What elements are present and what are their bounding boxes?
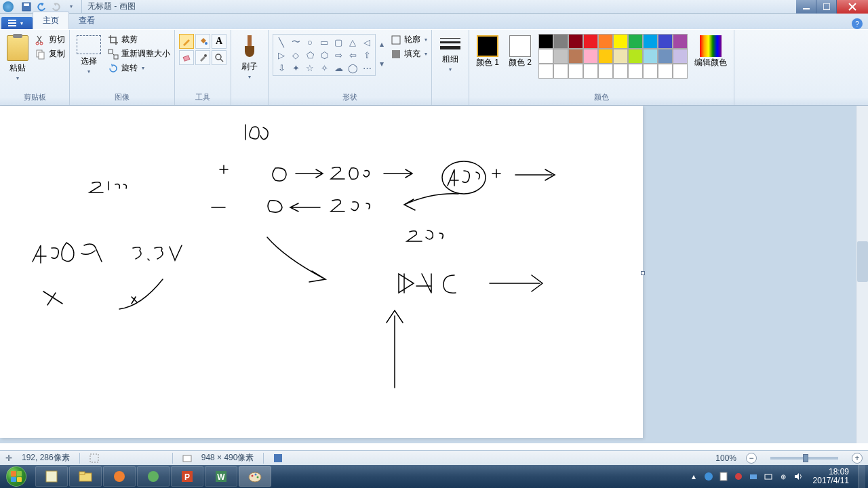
- taskbar-app-explorer[interactable]: [69, 466, 102, 487]
- tray-icon-3[interactable]: [733, 471, 744, 482]
- color-swatch[interactable]: [553, 64, 568, 79]
- tray-volume-icon[interactable]: [793, 471, 804, 482]
- copy-button[interactable]: 复制: [35, 48, 65, 60]
- color-swatch[interactable]: [598, 34, 613, 49]
- picker-tool[interactable]: [195, 50, 210, 65]
- redo-button[interactable]: [50, 1, 62, 12]
- undo-button[interactable]: [35, 1, 47, 12]
- svg-rect-18: [392, 50, 400, 58]
- drawing-content: [0, 106, 643, 438]
- edit-colors-button[interactable]: 编辑颜色: [692, 34, 730, 68]
- lineweight-button[interactable]: 粗细 ▾: [436, 34, 465, 74]
- color-swatch[interactable]: [538, 49, 553, 64]
- tray-icon-4[interactable]: [748, 471, 759, 482]
- taskbar-app-4[interactable]: [137, 466, 170, 487]
- outline-button[interactable]: 轮廓▾: [391, 34, 427, 45]
- color-swatch[interactable]: [553, 49, 568, 64]
- rotate-button[interactable]: 旋转 ▾: [108, 62, 170, 74]
- zoom-in-button[interactable]: +: [852, 453, 863, 464]
- file-menu[interactable]: [1, 17, 33, 29]
- cursor-position: 192, 286像素: [22, 452, 70, 464]
- tray-network-icon[interactable]: [763, 471, 774, 482]
- color-swatch[interactable]: [598, 64, 613, 79]
- select-button[interactable]: 选择 ▾: [74, 34, 104, 76]
- pencil-tool[interactable]: [179, 34, 194, 49]
- tray-expand-icon[interactable]: ▴: [688, 471, 699, 482]
- color-swatch[interactable]: [658, 34, 673, 49]
- fill-icon: [391, 49, 401, 60]
- color-swatch[interactable]: [598, 49, 613, 64]
- taskbar-app-3[interactable]: [103, 466, 136, 487]
- color-swatch[interactable]: [583, 64, 598, 79]
- zoom-tool[interactable]: [212, 50, 226, 65]
- canvas-handle-right[interactable]: [641, 271, 645, 275]
- help-button[interactable]: ?: [852, 18, 863, 29]
- text-tool[interactable]: A: [212, 34, 226, 49]
- start-button[interactable]: [0, 465, 33, 488]
- bucket-icon: [198, 37, 208, 46]
- fill-tool[interactable]: [195, 34, 210, 49]
- color-swatch[interactable]: [568, 34, 583, 49]
- resize-label: 重新调整大小: [121, 48, 170, 60]
- taskbar-app-paint[interactable]: [239, 466, 271, 487]
- zoom-out-button[interactable]: −: [746, 453, 757, 464]
- brush-button[interactable]: 刷子 ▾: [235, 34, 264, 81]
- color-swatch[interactable]: [538, 34, 553, 49]
- color-swatch[interactable]: [658, 49, 673, 64]
- shapes-gallery[interactable]: ╲〜○▭▢△◁ ▷◇⬠⬡⇨⇦⇧ ⇩✦☆✧☁◯⋯: [273, 34, 376, 76]
- color-swatch[interactable]: [628, 64, 643, 79]
- canvas[interactable]: [0, 106, 643, 438]
- taskbar-app-1[interactable]: [35, 466, 68, 487]
- crop-button[interactable]: 裁剪: [108, 34, 170, 45]
- svg-rect-40: [765, 474, 772, 479]
- color-swatch[interactable]: [673, 49, 688, 64]
- color-swatch[interactable]: [583, 34, 598, 49]
- taskbar-app-6[interactable]: W: [205, 466, 237, 487]
- color-swatch[interactable]: [628, 34, 643, 49]
- cut-button[interactable]: 剪切: [35, 34, 65, 45]
- eraser-tool[interactable]: [179, 50, 194, 65]
- copy-label: 复制: [49, 48, 65, 60]
- scrollbar-thumb[interactable]: [857, 241, 868, 282]
- color-swatch[interactable]: [613, 49, 628, 64]
- color-swatch[interactable]: [658, 64, 673, 79]
- color1-button[interactable]: 颜色 1: [473, 34, 502, 68]
- color-swatch[interactable]: [628, 49, 643, 64]
- tab-home[interactable]: 主页: [33, 12, 69, 29]
- tray-icon-1[interactable]: [703, 471, 714, 482]
- color-swatch[interactable]: [568, 64, 583, 79]
- minimize-button[interactable]: [796, 0, 816, 14]
- close-button[interactable]: [837, 0, 868, 14]
- qat-dropdown[interactable]: ▾: [65, 1, 77, 12]
- color-swatch[interactable]: [673, 64, 688, 79]
- taskbar-clock[interactable]: 18:09 2017/4/11: [809, 468, 853, 485]
- vertical-scrollbar[interactable]: [856, 106, 868, 443]
- fill-button[interactable]: 填充▾: [391, 48, 427, 60]
- svg-rect-4: [8, 20, 16, 21]
- brush-label: 刷子: [241, 61, 258, 73]
- color-swatch[interactable]: [613, 64, 628, 79]
- taskbar: P W ▴ ⊕ 18:09 2017/4/11: [0, 465, 868, 488]
- taskbar-app-powerpoint[interactable]: P: [171, 466, 203, 487]
- color-swatch[interactable]: [568, 49, 583, 64]
- ribbon: 粘贴 ▾ 剪切 复制 剪贴板 选择 ▾: [0, 30, 868, 106]
- tray-ime-icon[interactable]: ⊕: [778, 471, 789, 482]
- color-swatch[interactable]: [613, 34, 628, 49]
- color-swatch[interactable]: [553, 34, 568, 49]
- maximize-button[interactable]: [816, 0, 837, 14]
- save-button[interactable]: [20, 1, 33, 12]
- group-lineweight: 粗细 ▾: [432, 30, 469, 105]
- color-swatch[interactable]: [673, 34, 688, 49]
- color-swatch[interactable]: [643, 49, 658, 64]
- color-swatch[interactable]: [643, 64, 658, 79]
- resize-button[interactable]: 重新调整大小: [108, 48, 170, 60]
- color-swatch[interactable]: [583, 49, 598, 64]
- tray-action-center-icon[interactable]: [718, 471, 729, 482]
- tab-view[interactable]: 查看: [69, 12, 104, 29]
- color-swatch[interactable]: [643, 34, 658, 49]
- paste-button[interactable]: 粘贴 ▾: [4, 34, 31, 83]
- color2-button[interactable]: 颜色 2: [506, 34, 534, 68]
- color-swatch[interactable]: [538, 64, 553, 79]
- zoom-slider[interactable]: [770, 457, 838, 460]
- show-desktop-button[interactable]: [859, 465, 865, 488]
